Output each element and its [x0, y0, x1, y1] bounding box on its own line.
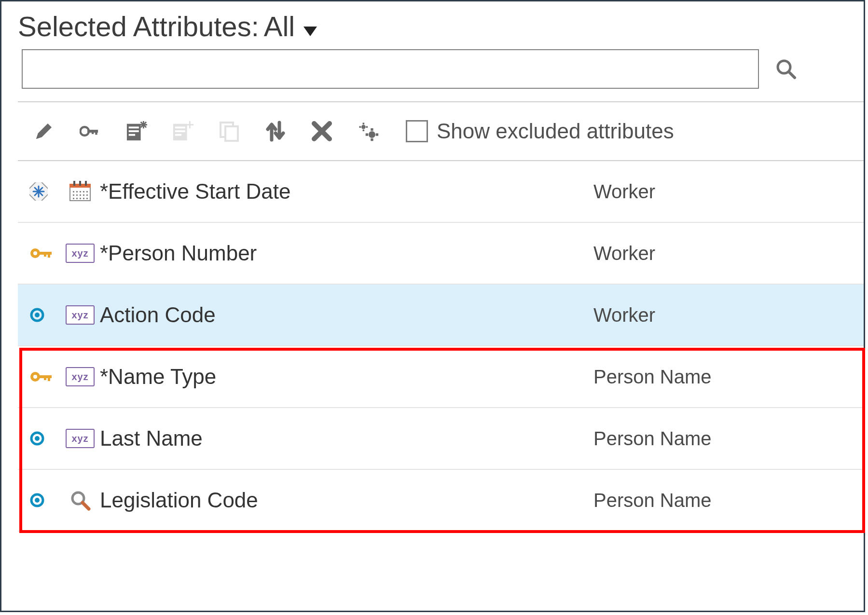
svg-rect-29	[366, 126, 368, 128]
attribute-group: Person Name	[593, 366, 864, 388]
key-button[interactable]	[80, 121, 101, 142]
show-excluded-label: Show excluded attributes	[437, 119, 674, 143]
search-input[interactable]	[22, 49, 759, 89]
svg-rect-10	[129, 134, 135, 136]
new-object-button-disabled	[172, 121, 193, 142]
search-row	[1, 49, 864, 89]
svg-rect-31	[371, 128, 373, 131]
panel-title: Selected Attributes:	[18, 10, 259, 42]
attribute-label: *Person Number	[100, 241, 593, 265]
svg-rect-18	[175, 134, 181, 136]
attribute-group: Worker	[593, 304, 864, 326]
attribute-row[interactable]: xyz Action Code Worker	[18, 285, 864, 346]
svg-line-2	[789, 72, 795, 78]
svg-rect-27	[363, 129, 365, 131]
attribute-label: Action Code	[100, 303, 593, 327]
svg-point-55	[35, 498, 40, 503]
svg-rect-34	[376, 133, 378, 136]
svg-rect-28	[359, 126, 361, 128]
status-radio-icon	[18, 307, 60, 323]
svg-rect-43	[48, 252, 50, 258]
copy-button	[219, 121, 240, 142]
settings-button[interactable]	[358, 121, 379, 142]
status-radio-icon	[18, 492, 60, 508]
attribute-group: Worker	[593, 181, 864, 203]
svg-rect-26	[363, 123, 365, 124]
status-key-icon	[18, 246, 60, 260]
status-key-icon	[18, 370, 60, 383]
svg-point-46	[35, 313, 40, 317]
checkbox-icon	[406, 120, 428, 142]
panel-selection-value: All	[264, 10, 295, 42]
attribute-row[interactable]: *Effective Start Date Worker	[18, 161, 864, 223]
svg-point-41	[33, 251, 37, 255]
type-text-icon: xyz	[60, 244, 100, 263]
svg-rect-51	[44, 375, 46, 380]
svg-line-57	[83, 503, 89, 509]
svg-rect-17	[175, 130, 185, 132]
attribute-group: Worker	[593, 243, 864, 264]
remove-button[interactable]	[311, 121, 332, 142]
show-excluded-checkbox[interactable]: Show excluded attributes	[406, 119, 674, 143]
svg-point-25	[361, 125, 366, 129]
status-radio-icon	[18, 431, 60, 446]
panel-header[interactable]: Selected Attributes: All	[1, 1, 864, 46]
status-required-icon	[18, 182, 60, 201]
type-date-icon	[60, 182, 100, 201]
svg-point-30	[369, 131, 375, 138]
search-icon[interactable]	[775, 58, 797, 80]
svg-rect-9	[129, 130, 139, 132]
svg-rect-50	[48, 375, 50, 381]
svg-rect-33	[366, 133, 368, 136]
attribute-row[interactable]: xyz *Person Number Worker	[18, 223, 864, 285]
selected-attributes-panel: Selected Attributes: All	[0, 0, 865, 612]
type-text-icon: xyz	[60, 367, 100, 386]
type-text-icon: xyz	[60, 429, 100, 448]
attribute-row[interactable]: xyz *Name Type Person Name	[18, 346, 864, 408]
svg-rect-32	[371, 138, 373, 141]
type-text-icon: xyz	[60, 305, 100, 325]
dropdown-caret-icon[interactable]	[303, 27, 317, 36]
svg-rect-5	[95, 130, 97, 135]
toolbar: Show excluded attributes	[1, 102, 864, 160]
svg-rect-6	[92, 130, 94, 134]
attribute-label: *Name Type	[100, 365, 593, 389]
attribute-group: Person Name	[593, 428, 864, 450]
attribute-label: Legislation Code	[100, 488, 593, 512]
svg-point-53	[35, 436, 40, 441]
attribute-group: Person Name	[593, 490, 864, 511]
attribute-list: *Effective Start Date Worker xyz *Person…	[18, 160, 864, 532]
type-lookup-icon	[60, 490, 100, 511]
reorder-button[interactable]	[265, 121, 286, 142]
svg-rect-8	[129, 126, 139, 128]
new-object-button[interactable]	[126, 121, 147, 142]
attribute-row[interactable]: xyz Last Name Person Name	[18, 408, 864, 470]
attribute-row[interactable]: Legislation Code Person Name	[18, 470, 864, 532]
attribute-label: *Effective Start Date	[100, 179, 593, 204]
svg-marker-0	[303, 27, 317, 36]
svg-rect-44	[44, 252, 46, 257]
svg-point-48	[33, 375, 37, 379]
svg-rect-16	[175, 126, 185, 128]
svg-rect-22	[225, 126, 238, 141]
attribute-label: Last Name	[100, 426, 593, 451]
edit-button[interactable]	[33, 121, 55, 142]
